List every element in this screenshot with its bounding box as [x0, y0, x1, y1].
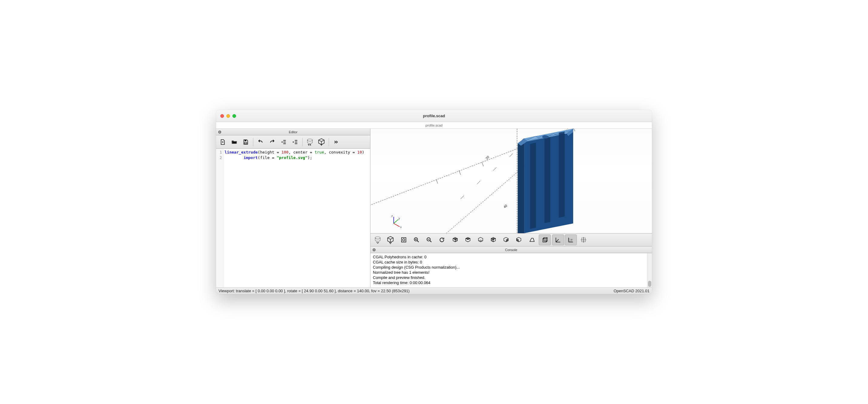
svg-rect-26: [530, 143, 536, 229]
view-right-button[interactable]: [449, 234, 461, 245]
unindent-button[interactable]: [278, 137, 289, 147]
svg-line-40: [530, 238, 532, 242]
svg-line-8: [477, 181, 480, 184]
editor-header: Editor: [216, 129, 370, 135]
svg-line-17: [394, 224, 400, 227]
indent-button[interactable]: [290, 137, 301, 147]
preview-button-2[interactable]: [372, 234, 384, 245]
svg-line-9: [493, 167, 497, 171]
3d-viewport[interactable]: 20 40 20 x y z: [370, 129, 652, 233]
zoom-in-button[interactable]: [410, 234, 423, 245]
viewport-toolbar: 10: [370, 233, 652, 247]
version-label: OpenSCAD 2021.01: [614, 289, 650, 293]
svg-line-7: [461, 196, 464, 199]
show-scale-button[interactable]: 10: [565, 234, 577, 245]
editor-pane: Editor 12 linear_extrude(height = 100: [216, 129, 370, 287]
code-content[interactable]: linear_extrude(height = 100, center = tr…: [223, 149, 370, 287]
svg-rect-28: [559, 132, 564, 218]
view-left-button[interactable]: [487, 234, 499, 245]
titlebar[interactable]: profile.scad: [216, 110, 652, 122]
svg-rect-42: [543, 239, 546, 242]
app-window: profile.scad profile.scad Editor: [216, 110, 652, 294]
console-panel-title: Console: [370, 248, 652, 252]
svg-point-3: [308, 139, 313, 141]
redo-button[interactable]: [267, 137, 278, 147]
svg-line-38: [430, 241, 432, 242]
open-file-button[interactable]: [229, 137, 240, 147]
document-tab[interactable]: profile.scad: [426, 123, 442, 127]
document-tabbar: profile.scad: [216, 122, 652, 129]
console-scrollbar[interactable]: [647, 253, 652, 287]
preview-button[interactable]: [305, 137, 315, 147]
svg-point-32: [403, 239, 405, 241]
svg-line-13: [482, 162, 483, 166]
svg-line-41: [533, 238, 534, 242]
svg-text:40: 40: [503, 204, 508, 209]
svg-rect-1: [245, 140, 246, 141]
editor-panel-title: Editor: [216, 130, 370, 134]
undo-button[interactable]: [255, 137, 266, 147]
svg-point-30: [375, 237, 380, 239]
right-pane: 20 40 20 x y z: [370, 129, 652, 287]
perspective-button[interactable]: [526, 234, 538, 245]
console-pane: Console CGAL Polyhedrons in cache: 0 CGA…: [370, 247, 652, 287]
statusbar: Viewport: translate = [ 0.00 0.00 0.00 ]…: [216, 287, 652, 294]
render-button-2[interactable]: [384, 234, 397, 245]
new-file-button[interactable]: [217, 137, 228, 147]
svg-text:z: z: [391, 214, 393, 218]
reset-view-button[interactable]: [436, 234, 448, 245]
view-top-button[interactable]: [462, 234, 474, 245]
svg-line-34: [417, 241, 419, 242]
svg-point-29: [542, 135, 549, 139]
code-editor[interactable]: 12 linear_extrude(height = 100, center =…: [216, 149, 370, 287]
toolbar-overflow-button[interactable]: [331, 137, 342, 147]
show-axes-button[interactable]: [552, 234, 564, 245]
console-output[interactable]: CGAL Polyhedrons in cache: 0 CGAL cache …: [370, 253, 647, 287]
view-front-button[interactable]: [500, 234, 512, 245]
main-split: Editor 12 linear_extrude(height = 100: [216, 129, 652, 287]
orthographic-button[interactable]: [539, 234, 551, 245]
view-all-button[interactable]: [398, 234, 410, 245]
svg-line-18: [394, 220, 398, 224]
svg-line-10: [510, 153, 513, 157]
view-bottom-button[interactable]: [474, 234, 487, 245]
svg-rect-2: [245, 142, 247, 144]
svg-text:y: y: [399, 217, 400, 220]
viewport-info: Viewport: translate = [ 0.00 0.00 0.00 ]…: [218, 289, 409, 293]
svg-line-12: [459, 171, 461, 175]
svg-line-11: [436, 179, 438, 183]
editor-toolbar: [216, 135, 370, 149]
zoom-out-button[interactable]: [423, 234, 435, 245]
svg-text:x: x: [400, 226, 402, 229]
svg-rect-31: [402, 238, 406, 242]
render-button[interactable]: [316, 137, 327, 147]
save-file-button[interactable]: [240, 137, 251, 147]
show-crosshair-button[interactable]: [578, 234, 590, 245]
svg-rect-27: [545, 137, 550, 223]
svg-marker-24: [518, 138, 525, 233]
view-back-button[interactable]: [513, 234, 525, 245]
svg-line-49: [556, 239, 559, 242]
window-title: profile.scad: [216, 114, 652, 118]
console-header: Console: [370, 247, 652, 253]
svg-text:10: 10: [570, 239, 572, 241]
line-gutter: 12: [216, 149, 223, 287]
